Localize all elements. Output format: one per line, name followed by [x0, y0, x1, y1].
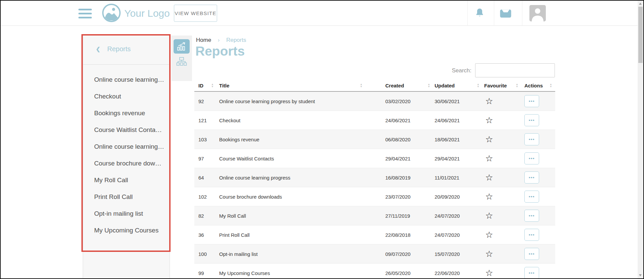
- scroll-up-icon[interactable]: [639, 3, 642, 5]
- sidebar-item-report[interactable]: Online course learning…: [83, 138, 170, 155]
- column-header-favourite[interactable]: Favourite: [484, 83, 507, 88]
- top-header-bar: Your Logo VIEW WEBSITE: [1, 1, 638, 26]
- search-input[interactable]: [475, 63, 555, 77]
- ellipsis-icon: •••: [529, 99, 535, 103]
- sitemap-view-icon[interactable]: [176, 57, 187, 67]
- cell-title: Course brochure downloads: [219, 194, 282, 200]
- row-actions-button[interactable]: •••: [524, 133, 539, 145]
- table-row: 103 Bookings revenue 06/08/2020 18/06/20…: [194, 130, 555, 149]
- table-row: 102 Course brochure downloads 23/07/2020…: [194, 187, 555, 206]
- favourite-star-icon[interactable]: ☆: [477, 172, 501, 183]
- column-header-actions[interactable]: Actions: [524, 83, 543, 88]
- row-actions-button[interactable]: •••: [524, 171, 539, 184]
- breadcrumb-home-link[interactable]: Home: [196, 37, 211, 43]
- breadcrumb: Home › Reports: [196, 37, 246, 44]
- ellipsis-icon: •••: [529, 252, 535, 256]
- cell-created: 27/11/2019: [385, 213, 410, 219]
- cell-id: 82: [198, 213, 204, 219]
- view-switcher-rail: [171, 36, 192, 81]
- breadcrumb-chevron-icon: ›: [218, 37, 219, 43]
- row-actions-button[interactable]: •••: [524, 191, 539, 203]
- ellipsis-icon: •••: [529, 138, 535, 141]
- sort-icon[interactable]: ▲▼: [427, 83, 431, 88]
- sort-icon[interactable]: ▲▼: [359, 83, 363, 88]
- row-actions-button[interactable]: •••: [524, 248, 539, 260]
- favourite-star-icon[interactable]: ☆: [477, 96, 501, 107]
- search-label: Search:: [435, 67, 471, 74]
- header-divider: [522, 1, 522, 26]
- ellipsis-icon: •••: [529, 214, 535, 217]
- sort-icon[interactable]: ▲▼: [476, 83, 480, 88]
- row-actions-button[interactable]: •••: [524, 267, 539, 279]
- favourite-star-icon[interactable]: ☆: [477, 153, 501, 164]
- sidebar-item-report[interactable]: My Upcoming Courses: [83, 222, 170, 239]
- table-row: 97 Course Waitlist Contacts 29/04/2021 2…: [194, 149, 555, 168]
- favourite-star-icon[interactable]: ☆: [477, 268, 501, 278]
- cell-id: 64: [198, 175, 204, 181]
- favourite-star-icon[interactable]: ☆: [477, 249, 501, 259]
- cell-created: 22/08/2018: [385, 232, 410, 238]
- logo-image-icon: [102, 4, 121, 22]
- ellipsis-icon: •••: [529, 271, 535, 275]
- scrollbar-thumb[interactable]: [638, 7, 643, 63]
- sidebar-item-report[interactable]: Course brochure dow…: [83, 155, 170, 172]
- cell-title: My Upcoming Courses: [219, 270, 270, 276]
- sidebar-item-report[interactable]: Online course learning…: [83, 71, 170, 88]
- column-header-id[interactable]: ID: [198, 83, 203, 88]
- cell-created: 26/05/2020: [385, 270, 410, 276]
- sidebar-item-report[interactable]: Course Waitlist Conta…: [83, 122, 170, 138]
- cell-updated: 24/07/2020: [435, 213, 460, 219]
- sidebar-item-report[interactable]: Opt-in mailing list: [83, 205, 170, 222]
- table-row: 99 My Upcoming Courses 26/05/2020 22/06/…: [194, 264, 555, 279]
- column-header-created[interactable]: Created: [385, 83, 404, 88]
- sidebar-item-report[interactable]: Bookings revenue: [83, 105, 170, 122]
- row-actions-button[interactable]: •••: [524, 114, 539, 126]
- cell-updated: 20/09/2020: [435, 194, 460, 200]
- favourite-star-icon[interactable]: ☆: [477, 192, 501, 202]
- cell-id: 36: [198, 232, 204, 238]
- sort-icon[interactable]: ▲▼: [515, 83, 519, 88]
- cell-created: 24/06/2021: [385, 118, 410, 123]
- cell-title: Print Roll Call: [219, 232, 250, 238]
- sidebar-item-report[interactable]: Print Roll Call: [83, 189, 170, 205]
- cell-updated: 11/01/2021: [435, 175, 459, 181]
- cell-updated: 30/06/2021: [435, 98, 460, 104]
- table-header-row: ID ▲▼ Title ▲▼ Created ▲▼ Updated ▲▼ Fav…: [194, 81, 555, 92]
- inbox-tray-icon[interactable]: [500, 9, 512, 19]
- user-avatar[interactable]: [529, 5, 546, 21]
- sort-icon[interactable]: ▲▼: [210, 83, 214, 88]
- cell-title: Checkout: [219, 118, 240, 123]
- cell-updated: 15/07/2020: [435, 251, 460, 257]
- cell-created: 03/02/2020: [385, 98, 410, 104]
- ellipsis-icon: •••: [529, 176, 535, 179]
- sort-icon[interactable]: ▲▼: [549, 83, 553, 88]
- sidebar-item-report[interactable]: My Roll Call: [83, 172, 170, 189]
- ellipsis-icon: •••: [529, 195, 535, 198]
- cell-id: 121: [198, 118, 207, 123]
- reports-table: ID ▲▼ Title ▲▼ Created ▲▼ Updated ▲▼ Fav…: [194, 81, 555, 279]
- notifications-bell-icon[interactable]: [474, 7, 485, 19]
- favourite-star-icon[interactable]: ☆: [477, 115, 501, 126]
- cell-id: 100: [198, 251, 207, 257]
- chart-view-icon[interactable]: [174, 39, 190, 54]
- sidebar-item-report[interactable]: Checkout: [83, 88, 170, 105]
- favourite-star-icon[interactable]: ☆: [477, 211, 501, 221]
- favourite-star-icon[interactable]: ☆: [477, 230, 501, 240]
- view-website-button[interactable]: VIEW WEBSITE: [174, 5, 217, 22]
- ellipsis-icon: •••: [529, 157, 535, 160]
- favourite-star-icon[interactable]: ☆: [477, 134, 501, 145]
- cell-created: 06/08/2020: [385, 137, 410, 142]
- column-header-title[interactable]: Title: [219, 83, 230, 88]
- hamburger-menu-icon[interactable]: [78, 9, 92, 18]
- scroll-down-icon[interactable]: [639, 274, 642, 276]
- cell-updated: 18/06/2021: [435, 137, 460, 142]
- row-actions-button[interactable]: •••: [524, 95, 539, 107]
- sidebar-title: Reports: [107, 45, 131, 53]
- table-row: 92 Online course learning progress by st…: [194, 92, 555, 111]
- column-header-updated[interactable]: Updated: [435, 83, 455, 88]
- row-actions-button[interactable]: •••: [524, 152, 539, 164]
- vertical-scrollbar[interactable]: [638, 1, 643, 278]
- row-actions-button[interactable]: •••: [524, 229, 539, 241]
- sidebar-back-chevron-icon[interactable]: ❮: [96, 46, 100, 52]
- row-actions-button[interactable]: •••: [524, 210, 539, 222]
